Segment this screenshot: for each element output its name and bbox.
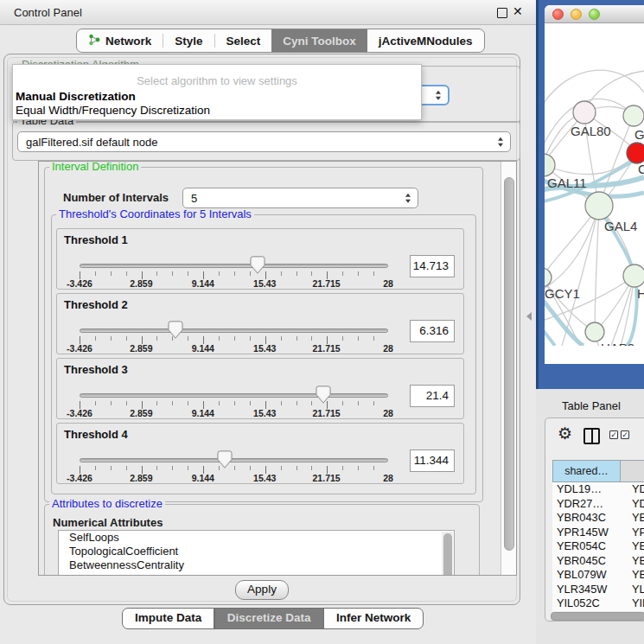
cell-name[interactable]: YBR0 <box>625 554 644 569</box>
cell-shared-name[interactable]: YBL079W <box>552 568 625 583</box>
threshold-slider-thumb[interactable] <box>250 256 265 274</box>
column-header-name[interactable]: na <box>621 460 644 482</box>
dropdown-option-equal-width[interactable]: Equal Width/Frequency Discretization <box>16 104 210 117</box>
table-row[interactable]: YER054C YER0 <box>552 539 644 554</box>
table-row[interactable]: YDR27… YDR2 <box>552 497 644 512</box>
cell-name[interactable]: YIL0 <box>625 596 644 611</box>
threshold-value-field[interactable]: 14.713 <box>410 255 455 277</box>
attribute-list-item[interactable]: SelfLoops <box>59 531 454 545</box>
cell-shared-name[interactable]: YBR043C <box>552 511 625 526</box>
cell-name[interactable]: YPR1 <box>625 526 644 540</box>
threshold-slider-track[interactable] <box>80 458 388 462</box>
table-row[interactable]: YPR145W YPR1 <box>552 526 644 540</box>
column-header-shared-name[interactable]: shared… <box>552 460 621 482</box>
cell-name[interactable]: YLR3 <box>625 583 644 597</box>
number-of-intervals-label: Number of Intervals <box>63 191 169 204</box>
numerical-attributes-label: Numerical Attributes <box>53 516 163 529</box>
list-scrollbar-thumb[interactable] <box>443 533 452 576</box>
threshold-slider-thumb[interactable] <box>217 450 233 469</box>
vertical-scrollbar-thumb[interactable] <box>504 177 514 551</box>
attribute-list-item[interactable]: BetweennessCentrality <box>59 558 454 572</box>
close-traffic-light[interactable] <box>552 9 564 20</box>
number-of-intervals-combobox[interactable]: 5 <box>182 188 418 208</box>
table-body[interactable]: YDL19… YDL1 YDR27… YDR2 YBR043C YBR0 YPR… <box>552 482 644 611</box>
tab-style[interactable]: Style <box>163 29 214 52</box>
threshold-slider-thumb[interactable] <box>316 386 331 404</box>
cell-name[interactable]: YDR2 <box>625 497 644 512</box>
apply-button[interactable]: Apply <box>235 580 289 600</box>
cell-shared-name[interactable]: YDR27… <box>552 497 625 512</box>
network-canvas[interactable]: GAL80 GA C GAL11 GAL4 GCY1 H HAP2 <box>545 23 644 346</box>
svg-text:C: C <box>638 162 644 176</box>
zoom-traffic-light[interactable] <box>589 9 600 20</box>
cell-name[interactable]: YDL1 <box>625 482 644 497</box>
dropdown-option-manual[interactable]: Manual Discretization <box>16 90 136 103</box>
cell-shared-name[interactable]: YBR045C <box>552 554 625 569</box>
threshold-coordinates-label: Threshold's Coordinates for 5 Intervals <box>56 208 254 220</box>
table-row[interactable]: YIL052C YIL0 <box>552 596 644 611</box>
numerical-attributes-list[interactable]: SelfLoopsTopologicalCoefficientBetweenne… <box>58 530 455 576</box>
threshold-value-field[interactable]: 21.4 <box>410 385 455 407</box>
network-window-frame: GAL80 GA C GAL11 GAL4 GCY1 H HAP2 <box>536 0 644 389</box>
threshold-value-field[interactable]: 6.316 <box>410 320 455 342</box>
attribute-list-item[interactable]: TopologicalCoefficient <box>59 545 454 558</box>
control-panel-titlebar: Control Panel ✕ <box>0 0 536 25</box>
threshold-slider-track[interactable] <box>80 393 388 398</box>
network-window-titlebar <box>545 5 644 23</box>
table-row[interactable]: YLR345W YLR3 <box>552 583 644 597</box>
svg-text:HAP2: HAP2 <box>601 341 634 346</box>
svg-text:GAL4: GAL4 <box>604 219 637 233</box>
close-icon[interactable]: ✕ <box>513 4 523 18</box>
table-row[interactable]: YBL079W YBL0 <box>552 568 644 583</box>
tab-impute-data[interactable]: Impute Data <box>123 609 214 628</box>
cell-name[interactable]: YBL0 <box>625 568 644 583</box>
table-row[interactable]: YDL19… YDL1 <box>552 482 644 497</box>
split-view-icon[interactable] <box>583 428 600 444</box>
stepper-arrows-icon <box>498 137 503 147</box>
vertical-scrollbar[interactable] <box>501 162 517 575</box>
threshold-label: Threshold 3 <box>64 363 128 376</box>
node-hap2 <box>585 322 604 341</box>
dropdown-hint-item[interactable]: Select algorithm to view settings <box>13 74 421 87</box>
threshold-panel: Threshold 1 -3.426 2.859 9.144 15.43 21.… <box>56 228 464 290</box>
cell-name[interactable]: YER0 <box>625 539 644 554</box>
cell-shared-name[interactable]: YPR145W <box>552 526 625 540</box>
threshold-panel: Threshold 2 -3.426 2.859 9.144 15.43 21.… <box>56 293 464 354</box>
threshold-label: Threshold 2 <box>64 298 128 311</box>
checkbox-icon[interactable]: ✓ <box>609 430 618 439</box>
minimize-traffic-light[interactable] <box>571 9 582 20</box>
slider-tick-labels: -3.426 2.859 9.144 15.43 21.715 28 <box>80 408 388 418</box>
bottom-tab-bar: Impute Data Discretize Data Infer Networ… <box>122 608 424 629</box>
tab-cyni-toolbox[interactable]: Cyni Toolbox <box>271 29 367 52</box>
gear-icon[interactable]: ⚙ <box>558 424 572 443</box>
splitpane-handle[interactable] <box>526 312 532 321</box>
stepper-arrows-icon <box>436 91 441 100</box>
top-tab-bar: Network Style Select Cyni Toolbox jActiv… <box>76 29 485 53</box>
number-of-intervals-value: 5 <box>191 192 197 205</box>
list-scrollbar[interactable] <box>442 532 453 576</box>
table-row[interactable]: YBR043C YBR0 <box>552 511 644 526</box>
threshold-slider-track[interactable] <box>80 328 388 333</box>
threshold-slider-track[interactable] <box>80 264 388 268</box>
table-row[interactable]: YBR045C YBR0 <box>552 554 644 569</box>
table-data-combobox[interactable]: galFiltered.sif default node <box>17 131 511 152</box>
cell-shared-name[interactable]: YIL052C <box>552 596 625 611</box>
checkbox-icon[interactable]: ✓ <box>621 430 629 439</box>
cell-shared-name[interactable]: YDL19… <box>552 482 625 497</box>
network-window[interactable]: GAL80 GA C GAL11 GAL4 GCY1 H HAP2 <box>545 5 644 364</box>
float-window-icon[interactable] <box>497 8 507 18</box>
cell-shared-name[interactable]: YER054C <box>552 539 625 554</box>
tab-jactivemnodules[interactable]: jActiveMNodules <box>367 29 484 52</box>
threshold-slider-thumb[interactable] <box>168 321 183 339</box>
table-panel: ⚙ ✓ ✓ shared… na YDL19… YDL1 YDR27… YDR2… <box>545 418 644 622</box>
tab-select[interactable]: Select <box>215 29 272 52</box>
tab-infer-network[interactable]: Infer Network <box>324 609 423 628</box>
cell-name[interactable]: YBR0 <box>625 511 644 526</box>
horizontal-scrollbar-thumb[interactable] <box>551 612 644 621</box>
interval-definition-label: Interval Definition <box>49 161 141 173</box>
cell-shared-name[interactable]: YLR345W <box>552 583 625 597</box>
tab-discretize-data[interactable]: Discretize Data <box>215 609 323 628</box>
threshold-value-field[interactable]: 11.344 <box>410 450 455 472</box>
svg-text:GCY1: GCY1 <box>545 286 580 301</box>
tab-network[interactable]: Network <box>77 29 163 52</box>
